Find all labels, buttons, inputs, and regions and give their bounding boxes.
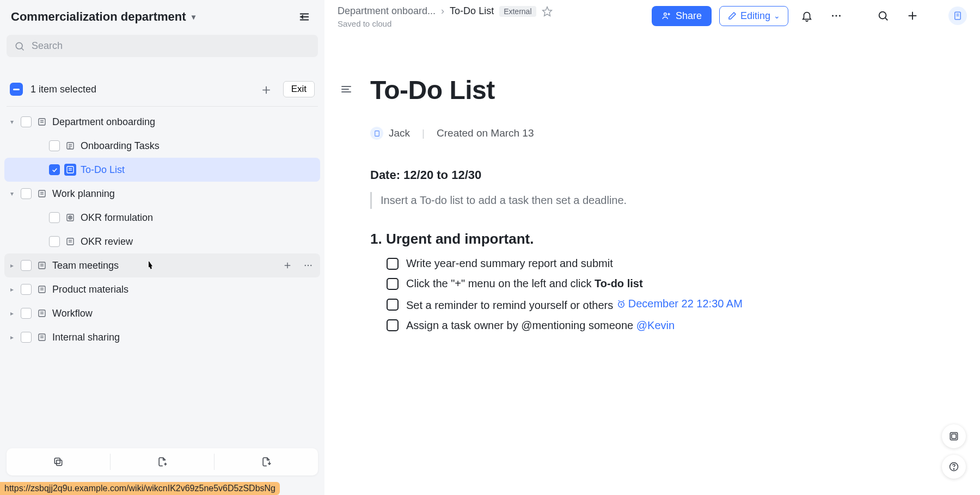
- svg-rect-54: [39, 262, 45, 269]
- new-doc-button[interactable]: [111, 448, 214, 475]
- date-range[interactable]: Date: 12/20 to 12/30: [370, 168, 743, 182]
- svg-rect-78: [39, 334, 45, 341]
- page-type-icon: [64, 212, 76, 224]
- page-type-icon: [64, 140, 76, 152]
- share-button[interactable]: Share: [652, 6, 712, 26]
- reminder-chip[interactable]: December 22 12:30 AM: [616, 298, 743, 310]
- svg-rect-108: [375, 131, 379, 136]
- select-checkbox[interactable]: [49, 140, 60, 151]
- task-checkbox[interactable]: [387, 299, 399, 311]
- select-checkbox[interactable]: [49, 212, 60, 223]
- star-button[interactable]: [542, 6, 553, 17]
- task-checkbox[interactable]: [387, 319, 399, 331]
- svg-point-97: [839, 15, 841, 16]
- select-checkbox[interactable]: [21, 188, 32, 199]
- template-button[interactable]: [942, 424, 966, 448]
- section-heading[interactable]: 1. Urgent and important.: [370, 231, 743, 247]
- chevron-down-icon: ▾: [192, 13, 195, 21]
- search-input[interactable]: [32, 40, 310, 52]
- tree-item-dept[interactable]: ▾Department onboarding: [4, 110, 320, 134]
- tree-item-label: Product materials: [52, 284, 128, 295]
- expand-toggle[interactable]: ▸: [8, 286, 16, 293]
- copy-button[interactable]: [7, 448, 110, 475]
- svg-line-4: [22, 48, 24, 50]
- task-checkbox[interactable]: [387, 278, 399, 290]
- tree-item-team[interactable]: ▸Team meetings: [4, 253, 320, 277]
- more-button[interactable]: [825, 5, 847, 27]
- breadcrumb-current: To-Do List: [450, 5, 494, 17]
- new-button[interactable]: [902, 5, 923, 27]
- select-checkbox[interactable]: [21, 308, 32, 319]
- global-search-button[interactable]: [872, 5, 894, 27]
- exit-selection-button[interactable]: Exit: [283, 81, 315, 97]
- svg-line-99: [885, 18, 887, 20]
- clock-icon: [616, 299, 626, 309]
- author-avatar: [370, 127, 383, 140]
- expand-toggle[interactable]: ▸: [8, 310, 16, 317]
- tree-item-wf[interactable]: ▸Workflow: [4, 301, 320, 325]
- tree-item-label: Team meetings: [52, 260, 119, 271]
- import-doc-button[interactable]: [215, 448, 318, 475]
- selection-indicator[interactable]: [10, 83, 23, 96]
- svg-point-113: [953, 469, 954, 469]
- tree-item-work[interactable]: ▾Work planning: [4, 182, 320, 206]
- svg-point-96: [835, 15, 837, 16]
- svg-rect-70: [39, 310, 45, 317]
- select-checkbox[interactable]: [49, 164, 60, 175]
- outline-toggle-button[interactable]: [340, 83, 356, 99]
- expand-toggle[interactable]: ▾: [8, 118, 16, 126]
- expand-toggle[interactable]: ▸: [8, 333, 16, 341]
- task-checkbox[interactable]: [387, 258, 399, 270]
- editing-mode-label: Editing: [740, 10, 770, 22]
- select-checkbox[interactable]: [49, 236, 60, 247]
- select-checkbox[interactable]: [21, 332, 32, 343]
- select-checkbox[interactable]: [21, 260, 32, 271]
- share-button-label: Share: [676, 10, 702, 22]
- help-button[interactable]: [942, 455, 966, 479]
- breadcrumb: Department onboard... › To-Do List Exter…: [338, 5, 643, 17]
- task-item[interactable]: Assign a task owner by @mentioning someo…: [387, 319, 743, 332]
- editing-mode-button[interactable]: Editing ⌄: [719, 6, 788, 26]
- task-item[interactable]: Set a reminder to remind yourself or oth…: [387, 298, 743, 312]
- mention-chip[interactable]: @Kevin: [636, 319, 675, 331]
- add-page-button[interactable]: ＋: [257, 80, 275, 98]
- task-item[interactable]: Click the "+" menu on the left and click…: [387, 277, 743, 290]
- share-icon: [661, 11, 671, 21]
- pencil-icon: [727, 11, 737, 21]
- tree-item-int[interactable]: ▸Internal sharing: [4, 325, 320, 349]
- cursor-icon: [145, 260, 156, 273]
- task-item[interactable]: Write year-end summary report and submit: [387, 257, 743, 270]
- search-input-wrap[interactable]: [7, 35, 318, 57]
- page-title[interactable]: To-Do List: [370, 75, 743, 105]
- tree-item-okr-r[interactable]: OKR review: [4, 230, 320, 253]
- breadcrumb-parent[interactable]: Department onboard...: [338, 5, 436, 17]
- author-name: Jack: [389, 127, 410, 139]
- tree-item-prod[interactable]: ▸Product materials: [4, 277, 320, 301]
- sidebar-collapse-button[interactable]: [295, 8, 314, 26]
- tree-item-okr-f[interactable]: OKR formulation: [4, 206, 320, 230]
- notifications-button[interactable]: [796, 5, 818, 27]
- workspace-title: Commercialization department: [11, 10, 186, 24]
- expand-toggle[interactable]: ▾: [8, 190, 16, 197]
- svg-point-61: [310, 265, 311, 266]
- task-text: Click the "+" menu on the left and click…: [406, 277, 643, 290]
- tree-item-label: Workflow: [52, 308, 93, 319]
- tree-item-label: OKR formulation: [81, 212, 153, 224]
- tree-item-onb-tasks[interactable]: Onboarding Tasks: [4, 134, 320, 158]
- divider: |: [422, 127, 425, 139]
- svg-rect-5: [39, 119, 45, 125]
- doc-meta: Jack | Created on March 13: [370, 127, 743, 140]
- select-checkbox[interactable]: [21, 116, 32, 127]
- tree-item-todo[interactable]: To-Do List: [4, 158, 320, 182]
- page-type-icon: [36, 283, 48, 295]
- row-more-button[interactable]: [301, 258, 316, 273]
- expand-toggle[interactable]: ▸: [8, 262, 16, 269]
- workspace-switcher[interactable]: Commercialization department ▾: [11, 10, 195, 24]
- svg-rect-87: [54, 458, 60, 463]
- add-child-button[interactable]: [280, 258, 295, 273]
- user-avatar[interactable]: [948, 7, 967, 25]
- hint-block[interactable]: Insert a To-do list to add a task then s…: [370, 192, 743, 209]
- svg-marker-91: [542, 7, 552, 16]
- search-icon: [14, 41, 25, 52]
- select-checkbox[interactable]: [21, 284, 32, 295]
